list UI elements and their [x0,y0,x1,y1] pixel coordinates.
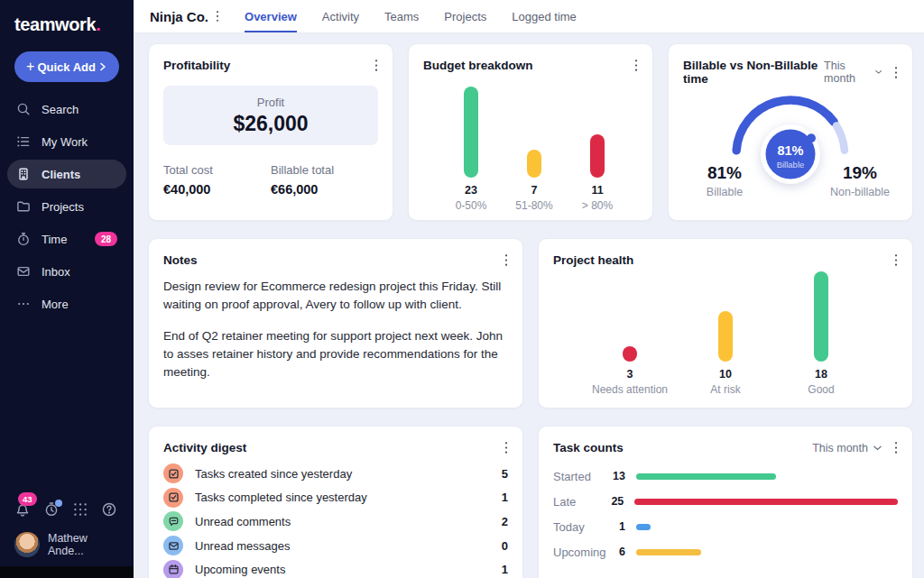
task-count-value: 6 [604,546,625,558]
chevron-down-icon [873,445,882,451]
sidebar-item-label: Projects [42,200,84,214]
client-title: Ninja Co. [150,9,208,24]
sidebar-item-clients[interactable]: Clients [7,160,126,188]
task-count-value: 13 [604,470,625,482]
user-profile[interactable]: Mathew Ande... [0,528,134,566]
bar-value: 3 [585,368,675,381]
avatar [14,532,40,557]
svg-text:Billable: Billable [777,160,805,170]
comment-icon [163,511,183,531]
help-icon[interactable] [101,501,117,518]
kebab-menu-icon[interactable] [504,253,508,267]
task-status-label: Upcoming [553,546,604,559]
building-icon [16,167,31,181]
activity-row: Unread comments2 [163,509,508,534]
bar-column: 11> 80% [566,87,629,178]
sidebar-item-time[interactable]: Time 28 [7,225,126,253]
time-range-value: This month [812,442,868,454]
task-count-bar [636,524,651,530]
activity-count: 2 [502,515,508,528]
stat-value: €40,000 [163,182,271,197]
bar-value: 11 [552,184,642,197]
activity-count: 1 [502,563,508,576]
kebab-menu-icon[interactable] [374,59,378,72]
sidebar-item-inbox[interactable]: Inbox [7,257,126,286]
notes-text: Design review for Ecommerce redesign pro… [163,278,508,381]
svg-text:81%: 81% [777,143,803,158]
kebab-menu-icon[interactable] [894,253,898,267]
client-menu-kebab-icon[interactable] [216,10,219,23]
activity-label: Unread comments [195,515,490,528]
kebab-menu-icon[interactable] [634,59,638,72]
card-title: Task counts [553,441,624,454]
activity-row: Tasks created since yesterday5 [163,462,508,486]
note-paragraph: Design review for Ecommerce redesign pro… [163,278,508,315]
kebab-menu-icon[interactable] [504,441,508,454]
tab-activity[interactable]: Activity [322,0,359,32]
activity-label: Upcoming events [195,563,490,576]
sidebar-item-search[interactable]: Search [7,95,126,124]
ellipsis-icon [16,297,31,311]
card-title: Budget breakdown [423,59,533,72]
sidebar-footer: 43 Mathew Ande... [0,501,134,578]
tab-overview[interactable]: Overview [245,0,297,32]
activity-digest-list: Tasks created since yesterday5Tasks comp… [163,462,508,578]
card-title: Notes [163,253,198,267]
bar [590,134,605,178]
activity-row: Tasks completed since yesterday1 [163,486,508,510]
bar-column: 751-80% [503,87,566,178]
kebab-menu-icon[interactable] [894,441,898,454]
bar [814,271,828,362]
apps-grid-icon[interactable] [72,501,88,518]
bar-category: Needs attention [587,383,672,398]
profit-label: Profit [257,96,284,109]
client-tabs: Overview Activity Teams Projects Logged … [245,0,577,32]
tab-teams[interactable]: Teams [384,0,419,32]
bar-category: Good [779,383,864,398]
sidebar-item-my-work[interactable]: My Work [7,127,126,156]
app-window: teamwork. + Quick Add Search My Work [0,0,924,578]
time-range-dropdown[interactable]: This month [824,60,882,85]
task-status-label: Started [553,470,604,483]
calendar-icon [163,560,183,578]
bar-column: 230-50% [439,87,503,178]
card-task-counts: Task counts This month Started13Late25To… [538,426,913,578]
sidebar-item-label: Inbox [42,265,70,279]
bar [718,311,733,362]
activity-row: Unread messages0 [163,534,508,558]
sidebar-item-projects[interactable]: Projects [7,192,126,221]
tab-projects[interactable]: Projects [444,0,486,32]
card-title: Profitability [163,59,230,72]
dashboard-grid: Profitability Profit $26,000 Total cost … [134,33,924,578]
bar [527,150,541,178]
tab-logged-time[interactable]: Logged time [512,0,577,32]
task-check-icon [163,463,183,483]
quick-add-label: Quick Add [34,60,98,74]
task-counts-chart: Started13Late25Today1Upcoming6 [553,463,898,564]
card-project-health: Project health 3Needs attention10At risk… [538,238,913,408]
sidebar-nav: Search My Work Clients Projects [0,89,134,318]
bar-column: 10At risk [680,271,771,362]
chevron-right-icon[interactable] [98,62,107,71]
bar-value: 10 [680,368,771,381]
card-title: Activity digest [163,441,246,454]
sidebar-item-more[interactable]: More [7,289,126,318]
sidebar: teamwork. + Quick Add Search My Work [0,0,134,578]
timer-icon[interactable] [43,501,60,518]
activity-label: Tasks completed since yesterday [195,491,490,504]
bar-column: 18Good [776,271,866,362]
total-cost-stat: Total cost €40,000 [163,163,271,197]
notifications-bell-icon[interactable]: 43 [14,501,31,518]
time-badge: 28 [95,232,117,246]
time-range-dropdown[interactable]: This month [812,442,882,454]
billable-total-stat: Billable total €66,000 [271,163,378,197]
card-budget-breakdown: Budget breakdown 230-50%751-80%11> 80% [408,43,653,221]
kebab-menu-icon[interactable] [894,66,898,79]
task-count-row: Started13 [553,463,898,489]
main-area: Ninja Co. Overview Activity Teams Projec… [134,0,924,578]
quick-add-button[interactable]: + Quick Add [14,51,119,82]
sidebar-item-label: Clients [42,168,80,181]
activity-count: 1 [502,491,508,504]
card-activity-digest: Activity digest Tasks created since yest… [148,426,523,578]
sidebar-item-label: More [42,298,69,311]
